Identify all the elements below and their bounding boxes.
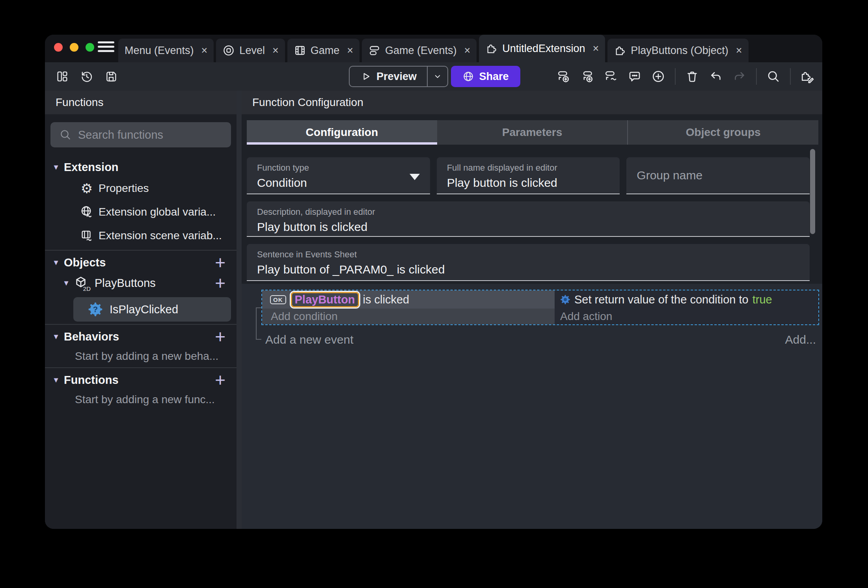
plus-circle-icon — [651, 69, 665, 84]
function-type-select[interactable]: Function type Condition — [247, 157, 430, 194]
edit-extension-button[interactable] — [800, 69, 814, 84]
close-tab-icon[interactable]: × — [201, 45, 208, 57]
tab-game[interactable]: Game × — [287, 39, 359, 62]
description-input[interactable] — [257, 220, 766, 234]
functions-empty-hint: Start by adding a new func... — [75, 393, 237, 406]
add-comment-button[interactable] — [628, 69, 642, 84]
description-field[interactable]: Description, displayed in editor — [247, 201, 810, 237]
actions-column[interactable]: Set return value of the condition to tru… — [555, 290, 818, 324]
sidebar-item-playbuttons[interactable]: ▾ 2D PlayButtons + — [45, 272, 237, 294]
search-icon — [766, 69, 780, 84]
full-name-input[interactable] — [447, 176, 606, 190]
close-tab-icon[interactable]: × — [347, 45, 353, 57]
sentence-field[interactable]: Sentence in Events Sheet — [247, 244, 810, 281]
main-title: Function Configuration — [242, 91, 822, 114]
search-button[interactable] — [766, 69, 780, 84]
search-functions-box[interactable] — [50, 122, 231, 147]
sentence-input[interactable] — [257, 263, 766, 276]
add-event-button[interactable] — [557, 69, 571, 84]
field-label: Full name displayed in editor — [447, 163, 620, 173]
divider — [45, 324, 237, 325]
item-label: IsPlayClicked — [110, 303, 178, 316]
comment-icon — [628, 69, 642, 84]
functions-sidebar: Functions ▾ Extension ⚙ Properties — [45, 91, 237, 529]
choose-event-button[interactable] — [651, 69, 665, 84]
action-item[interactable]: Set return value of the condition to tru… — [555, 290, 818, 309]
group-name-field[interactable] — [626, 157, 810, 194]
chevron-down-icon[interactable]: ▾ — [50, 162, 61, 172]
tab-untitled-extension[interactable]: UntitledExtension × — [479, 35, 605, 62]
tab-game-events[interactable]: Game (Events) × — [362, 39, 477, 62]
section-extension[interactable]: ▾ Extension — [45, 158, 237, 177]
globe-variable-icon — [80, 205, 94, 219]
tab-object-groups[interactable]: Object groups — [627, 120, 818, 145]
sidebar-item-isplayclicked[interactable]: ? IsPlayClicked — [73, 297, 231, 322]
add-free-function-button[interactable]: + — [215, 371, 225, 389]
add-other-events-button[interactable] — [604, 69, 618, 84]
add-more-button[interactable]: Add... — [785, 333, 816, 346]
close-tab-icon[interactable]: × — [736, 45, 742, 57]
tab-label: UntitledExtension — [502, 43, 585, 55]
chevron-down-icon[interactable]: ▾ — [61, 278, 72, 288]
tab-configuration[interactable]: Configuration — [247, 120, 437, 145]
chevron-down-icon[interactable]: ▾ — [50, 331, 61, 342]
add-function-to-object-button[interactable]: + — [215, 274, 225, 292]
tab-parameters[interactable]: Parameters — [437, 120, 628, 145]
play-icon — [360, 71, 372, 82]
undo-button[interactable] — [709, 69, 723, 84]
section-label: Behaviors — [64, 330, 119, 343]
tab-label: Menu (Events) — [125, 45, 194, 57]
close-tab-icon[interactable]: × — [592, 43, 599, 55]
chevron-down-icon[interactable]: ▾ — [50, 375, 61, 385]
redo-icon — [732, 69, 747, 84]
preview-options-button[interactable] — [427, 67, 447, 86]
close-tab-icon[interactable]: × — [272, 45, 279, 57]
add-object-button[interactable]: + — [215, 253, 225, 272]
tab-level[interactable]: Level × — [216, 39, 285, 62]
tab-label: Game — [311, 45, 340, 57]
search-functions-input[interactable] — [78, 128, 231, 141]
add-subevent-button[interactable] — [580, 69, 594, 84]
add-new-event-button[interactable]: Add a new event — [265, 333, 354, 346]
sidebar-item-extension-scene-variables[interactable]: Extension scene variab... — [45, 224, 237, 247]
full-name-field[interactable]: Full name displayed in editor — [437, 157, 620, 194]
sidebar-item-extension-global-variables[interactable]: Extension global varia... — [45, 200, 237, 224]
function-type-value: Condition — [257, 176, 430, 190]
group-name-input[interactable] — [637, 169, 796, 182]
tab-menu-events[interactable]: Menu (Events) × — [118, 39, 214, 62]
section-objects[interactable]: ▾ Objects + — [45, 253, 237, 272]
toolbar: Preview Share — [45, 62, 822, 91]
sidebar-splitter[interactable] — [237, 91, 242, 529]
preview-button[interactable]: Preview — [349, 66, 448, 87]
add-action-button[interactable]: Add action — [555, 309, 818, 324]
config-scrollbar[interactable] — [810, 149, 815, 234]
section-functions[interactable]: ▾ Functions + — [45, 370, 237, 389]
add-subevent-icon — [580, 69, 594, 84]
conditions-column[interactable]: OK PlayButton is clicked Add condition — [262, 290, 555, 324]
share-button[interactable]: Share — [451, 66, 520, 87]
condition-object-param[interactable]: PlayButton — [291, 292, 359, 307]
dropdown-caret-icon — [410, 174, 420, 180]
action-boolean-value[interactable]: true — [753, 293, 772, 306]
close-window-button[interactable] — [54, 43, 63, 52]
history-button[interactable] — [80, 69, 94, 84]
event-indent-guide — [256, 307, 261, 340]
add-behavior-button[interactable]: + — [215, 327, 225, 346]
toolbar-separator — [790, 68, 791, 85]
main-menu-icon[interactable] — [98, 41, 114, 52]
chevron-down-icon[interactable]: ▾ — [50, 257, 61, 268]
maximize-window-button[interactable] — [86, 43, 94, 52]
save-button[interactable] — [104, 69, 118, 84]
project-manager-button[interactable] — [55, 69, 69, 84]
section-label: Objects — [64, 256, 106, 269]
section-behaviors[interactable]: ▾ Behaviors + — [45, 327, 237, 346]
add-condition-button[interactable]: Add condition — [262, 309, 555, 324]
condition-item[interactable]: OK PlayButton is clicked — [262, 290, 555, 309]
close-tab-icon[interactable]: × — [464, 45, 471, 57]
event-row[interactable]: OK PlayButton is clicked Add condition — [261, 290, 819, 325]
redo-button[interactable] — [732, 69, 747, 84]
sidebar-item-properties[interactable]: ⚙ Properties — [45, 177, 237, 200]
minimize-window-button[interactable] — [70, 43, 78, 52]
tab-playbuttons-object[interactable]: PlayButtons (Object) × — [607, 39, 748, 62]
delete-button[interactable] — [685, 69, 699, 84]
